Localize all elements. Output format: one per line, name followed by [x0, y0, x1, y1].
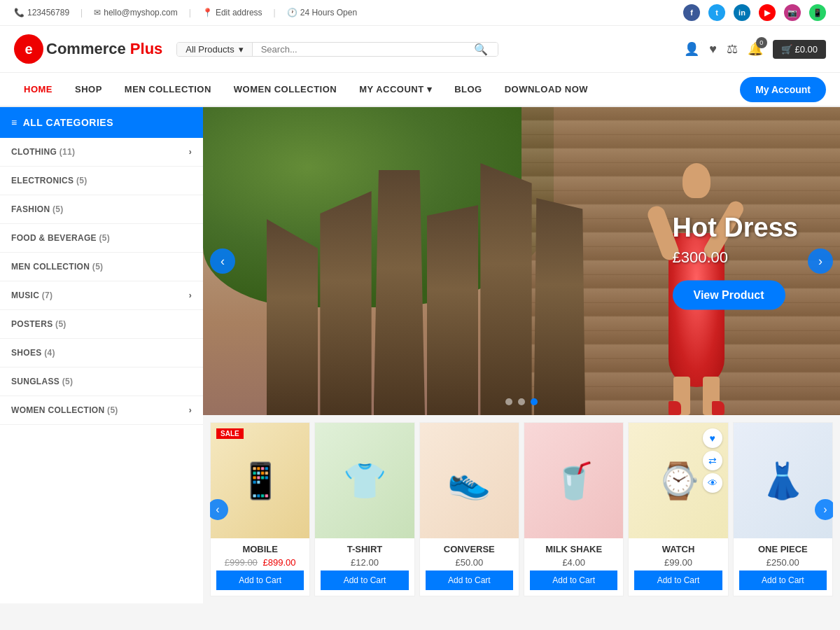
- buy-onepiece-button[interactable]: Add to Cart: [739, 570, 827, 590]
- slider-dot-2[interactable]: [518, 398, 525, 405]
- nav-blog[interactable]: BLOG: [444, 73, 492, 106]
- whatsapp-icon[interactable]: 📱: [809, 4, 826, 21]
- products-next-button[interactable]: ›: [815, 499, 833, 520]
- instagram-icon[interactable]: 📷: [784, 4, 801, 21]
- phone-info: 📞 123456789: [14, 8, 69, 18]
- top-bar: 📞 123456789 | ✉ hello@myshop.com | 📍 Edi…: [0, 0, 840, 26]
- slider-dot-3[interactable]: [531, 398, 538, 405]
- product-image-onepiece: 👗: [734, 423, 832, 538]
- slider-next-button[interactable]: ›: [808, 248, 833, 274]
- cart-badge: 0: [756, 37, 767, 48]
- linkedin-icon[interactable]: in: [734, 4, 750, 21]
- product-info-tshirt: T-SHIRT £12.00 Add to Cart: [315, 538, 414, 596]
- pin-icon: 📍: [202, 8, 213, 18]
- wishlist-btn-watch[interactable]: ♥: [703, 428, 722, 448]
- top-bar-right: f t in ▶ 📷 📱: [683, 4, 826, 21]
- search-button[interactable]: 🔍: [464, 43, 498, 56]
- hero-title: Hot Dress: [673, 213, 799, 243]
- sidebar-item-shoes[interactable]: SHOES (4): [0, 339, 203, 368]
- twitter-icon[interactable]: t: [708, 4, 725, 21]
- buy-milkshake-button[interactable]: Add to Cart: [530, 570, 617, 590]
- product-info-onepiece: ONE PIECE £250.00 Add to Cart: [734, 538, 832, 596]
- top-bar-left: 📞 123456789 | ✉ hello@myshop.com | 📍 Edi…: [14, 8, 357, 18]
- sidebar-item-sunglass[interactable]: SUNGLASS (5): [0, 368, 203, 396]
- slider-dots: [505, 398, 538, 405]
- hero-slider: Hot Dress £300.00 View Product ‹ ›: [203, 107, 840, 415]
- compare-btn-watch[interactable]: ⇄: [703, 451, 722, 470]
- grid-icon: ≡: [11, 117, 18, 128]
- product-info-watch: WATCH £99.00 Add to Cart: [629, 538, 727, 596]
- address-info[interactable]: 📍 Edit address: [202, 8, 262, 18]
- products-section: ‹ SALE 📱 MOBILE £999.00 £899.00 Add to C…: [203, 415, 840, 603]
- product-image-watch: ⌚ ♥ ⇄ 👁: [629, 423, 727, 538]
- sidebar-item-food[interactable]: FOOD & BEVERAGE (5): [0, 224, 203, 253]
- slider-dot-1[interactable]: [505, 398, 512, 405]
- products-row: ‹ SALE 📱 MOBILE £999.00 £899.00 Add to C…: [210, 422, 833, 596]
- youtube-icon[interactable]: ▶: [759, 4, 776, 21]
- main-area: ≡ ALL CATEGORIES CLOTHING (11) › ELECTRO…: [0, 107, 840, 603]
- hero-price: £300.00: [673, 248, 799, 267]
- nav-men[interactable]: MEN COLLECTION: [115, 73, 221, 106]
- header-icons: 👤 ♥ ⚖ 🔔 0 🛒 £0.00: [684, 40, 826, 59]
- separator1: |: [80, 8, 83, 18]
- view-product-button[interactable]: View Product: [673, 281, 785, 310]
- compare-icon[interactable]: ⚖: [727, 41, 738, 57]
- content-area: Hot Dress £300.00 View Product ‹ › ‹ SAL…: [203, 107, 840, 603]
- view-btn-watch[interactable]: 👁: [703, 473, 722, 493]
- person-shoe-left: [668, 401, 681, 415]
- notifications-icon[interactable]: 🔔 0: [748, 41, 763, 57]
- product-card-watch: ⌚ ♥ ⇄ 👁 WATCH £99.00 Add to Cart: [628, 422, 728, 596]
- sale-badge: SALE: [216, 428, 244, 439]
- logo-name: Commerce Plus: [46, 40, 162, 58]
- nav-women[interactable]: WOMEN COLLECTION: [224, 73, 346, 106]
- buy-converse-button[interactable]: Add to Cart: [426, 570, 513, 590]
- email-info: ✉ hello@myshop.com: [94, 8, 178, 18]
- product-actions-watch: ♥ ⇄ 👁: [703, 428, 722, 493]
- email-icon: ✉: [94, 8, 101, 18]
- fence-area: [267, 200, 585, 415]
- search-input[interactable]: [253, 43, 465, 56]
- sidebar-item-men[interactable]: MEN COLLECTION (5): [0, 253, 203, 281]
- facebook-icon[interactable]: f: [683, 4, 700, 21]
- sidebar-item-electronics[interactable]: ELECTRONICS (5): [0, 167, 203, 195]
- product-info-mobile: MOBILE £999.00 £899.00 Add to Cart: [211, 538, 309, 596]
- account-icon[interactable]: 👤: [684, 41, 699, 57]
- product-info-milkshake: MILK SHAKE £4.00 Add to Cart: [524, 538, 623, 596]
- category-dropdown[interactable]: All Products ▾: [177, 43, 252, 56]
- person-shoe-right: [712, 401, 724, 415]
- product-info-converse: CONVERSE £50.00 Add to Cart: [420, 538, 519, 596]
- logo[interactable]: e Commerce Plus: [14, 34, 162, 64]
- logo-circle: e: [14, 34, 43, 64]
- buy-watch-button[interactable]: Add to Cart: [634, 570, 722, 590]
- clock-icon: 🕐: [287, 8, 298, 18]
- sidebar-item-posters[interactable]: POSTERS (5): [0, 310, 203, 339]
- chevron-right-icon: ›: [189, 290, 192, 300]
- separator2: |: [189, 8, 191, 18]
- nav-home[interactable]: HOME: [14, 73, 62, 106]
- sidebar-item-music[interactable]: MUSIC (7) ›: [0, 281, 203, 310]
- wishlist-icon[interactable]: ♥: [709, 42, 717, 57]
- person-head: [682, 163, 710, 198]
- product-image-converse: 👟: [420, 423, 519, 538]
- nav-account[interactable]: MY ACCOUNT ▾: [349, 73, 442, 106]
- hours-info: 🕐 24 Hours Open: [287, 8, 357, 18]
- my-account-button[interactable]: My Account: [740, 77, 826, 102]
- sidebar-item-fashion[interactable]: FASHION (5): [0, 195, 203, 224]
- nav-shop[interactable]: SHOP: [65, 73, 112, 106]
- slider-prev-button[interactable]: ‹: [210, 248, 235, 274]
- product-card-milkshake: 🥤 MILK SHAKE £4.00 Add to Cart: [524, 422, 624, 596]
- buy-mobile-button[interactable]: Add to Cart: [216, 570, 304, 590]
- nav-download[interactable]: DOWNLOAD NOW: [495, 73, 598, 106]
- product-image-mobile: 📱: [211, 423, 309, 538]
- phone-icon: 📞: [14, 8, 24, 18]
- hero-content: Hot Dress £300.00 View Product: [673, 213, 799, 310]
- search-bar: All Products ▾ 🔍: [176, 42, 498, 57]
- cart-button[interactable]: 🛒 £0.00: [773, 40, 826, 59]
- sidebar-item-clothing[interactable]: CLOTHING (11) ›: [0, 138, 203, 167]
- product-card-tshirt: 👕 T-SHIRT £12.00 Add to Cart: [314, 422, 414, 596]
- chevron-down-icon: ▾: [427, 84, 433, 94]
- chevron-down-icon: ▾: [239, 44, 244, 55]
- sidebar-item-women[interactable]: WOMEN COLLECTION (5) ›: [0, 396, 203, 425]
- buy-tshirt-button[interactable]: Add to Cart: [321, 570, 408, 590]
- product-image-tshirt: 👕: [315, 423, 414, 538]
